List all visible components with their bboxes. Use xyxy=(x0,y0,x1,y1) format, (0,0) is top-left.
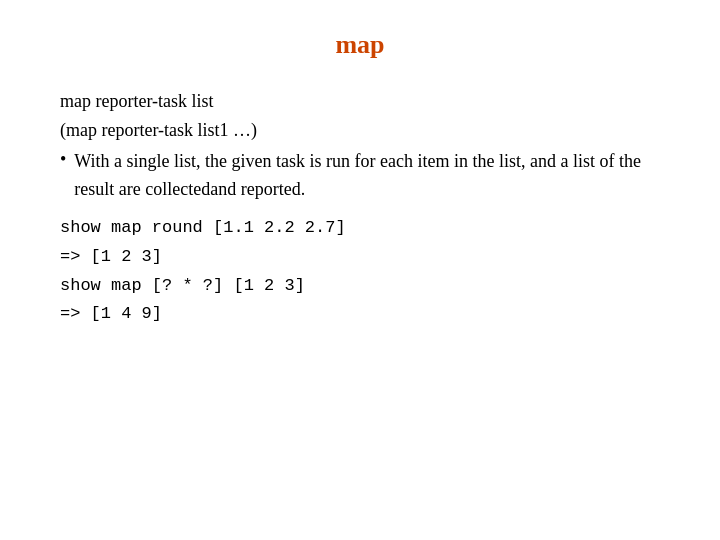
code-line-2: => [1 2 3] xyxy=(60,243,670,272)
line1: map reporter-task list xyxy=(60,88,670,115)
content-area: map reporter-task list (map reporter-tas… xyxy=(60,88,670,329)
line2: (map reporter-task list1 …) xyxy=(60,117,670,144)
code-block: show map round [1.1 2.2 2.7] => [1 2 3] … xyxy=(60,214,670,330)
page-title: map xyxy=(50,30,670,60)
code-line-1: show map round [1.1 2.2 2.7] xyxy=(60,214,670,243)
bullet-dot: • xyxy=(60,149,66,170)
code-line-4: => [1 4 9] xyxy=(60,300,670,329)
page-container: map map reporter-task list (map reporter… xyxy=(0,0,720,540)
bullet-text: With a single list, the given task is ru… xyxy=(74,148,670,204)
code-line-3: show map [? * ?] [1 2 3] xyxy=(60,272,670,301)
bullet-item: • With a single list, the given task is … xyxy=(60,148,670,204)
